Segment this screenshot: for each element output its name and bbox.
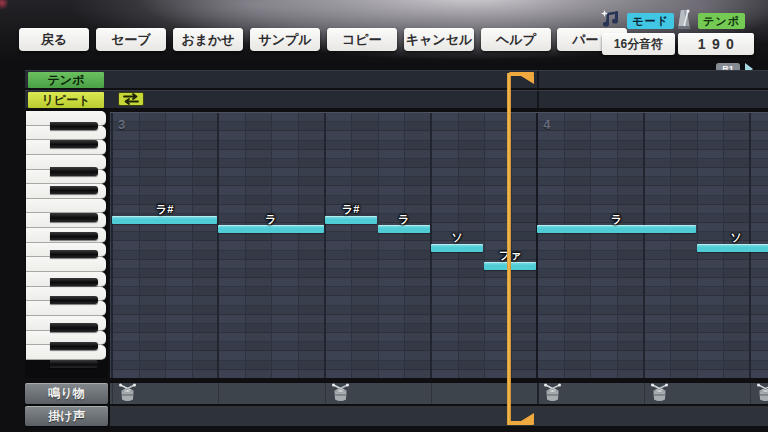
drum-icon[interactable]	[650, 383, 669, 404]
sixteenth-line	[139, 113, 140, 378]
measure-line	[537, 91, 539, 108]
drum-icon[interactable]	[118, 383, 137, 404]
beat-line	[750, 383, 751, 404]
piano-black-key[interactable]	[50, 186, 98, 194]
sixteenth-line	[404, 113, 405, 378]
grid-cell-tint	[511, 113, 538, 378]
grid-cell-tint	[351, 113, 378, 378]
grid-cell-tint	[298, 113, 325, 378]
beat-line	[431, 383, 432, 404]
sixteenth-line	[590, 113, 591, 378]
measure-line	[536, 113, 538, 378]
beat-line	[644, 383, 645, 404]
note-pitch-label: ラ#	[140, 202, 190, 217]
note-bar[interactable]	[537, 225, 695, 233]
help-button[interactable]: ヘルプ	[481, 28, 551, 51]
auto-button[interactable]: おまかせ	[173, 28, 243, 51]
drum-icon[interactable]	[331, 383, 350, 404]
beat-line	[217, 113, 219, 378]
grid-cell-tint	[245, 113, 272, 378]
sixteenth-line	[564, 113, 565, 378]
note-bar[interactable]	[431, 244, 483, 252]
piano-black-key[interactable]	[50, 232, 98, 240]
piano-black-key[interactable]	[50, 122, 98, 130]
sixteenth-line	[484, 113, 485, 378]
playhead-top-flag	[509, 72, 534, 76]
sixteenth-line	[192, 113, 193, 378]
repeat-lane-badge[interactable]: リピート	[28, 92, 104, 108]
note-bar[interactable]	[112, 216, 217, 224]
sixteenth-line	[378, 113, 379, 378]
measure-number: 3	[118, 117, 125, 132]
piano-black-key[interactable]	[50, 296, 98, 304]
tempo-badge-label: テンポ	[698, 13, 745, 29]
tempo-lane-badge[interactable]: テンポ	[28, 72, 104, 88]
piano-black-key[interactable]	[50, 140, 98, 148]
tempo-value-button[interactable]: 190	[678, 33, 754, 55]
sample-button[interactable]: サンプル	[250, 28, 320, 51]
sixteenth-line	[351, 113, 352, 378]
piano-black-key[interactable]	[50, 323, 98, 331]
piano-black-key[interactable]	[50, 278, 98, 286]
piano-black-key[interactable]	[50, 342, 98, 350]
sixteenth-line	[670, 113, 671, 378]
piano-black-key[interactable]	[50, 213, 98, 221]
grid-cell-tint	[192, 113, 219, 378]
music-note-icon	[600, 9, 622, 31]
drum-icon[interactable]	[543, 383, 562, 404]
voice-lane-button[interactable]: 掛け声	[25, 406, 108, 426]
note-pitch-label: ラ	[379, 212, 429, 227]
piano-keyboard[interactable]	[25, 110, 108, 378]
playhead-marker[interactable]	[507, 73, 511, 425]
note-pitch-label: ラ	[592, 212, 642, 227]
measure-line	[537, 383, 539, 404]
back-button[interactable]: 戻る	[19, 28, 89, 51]
note-bar[interactable]	[378, 225, 430, 233]
sixteenth-line	[298, 113, 299, 378]
grid-cell-tint	[404, 113, 431, 378]
grid-cell-tint	[139, 113, 166, 378]
metronome-icon	[674, 7, 694, 32]
piano-black-key[interactable]	[50, 250, 98, 258]
note-pitch-label: ラ	[246, 212, 296, 227]
sixteenth-line	[245, 113, 246, 378]
voice-lane[interactable]	[110, 406, 768, 426]
beat-line	[324, 113, 326, 378]
repeat-loop-icon[interactable]	[118, 92, 144, 106]
sixteenth-line	[165, 113, 166, 378]
piano-white-key[interactable]	[26, 199, 106, 214]
cancel-button[interactable]: キャンセル	[404, 28, 474, 51]
note-pitch-label: ラ#	[326, 202, 376, 217]
drum-icon[interactable]	[756, 383, 768, 404]
note-resolution-button[interactable]: 16分音符	[602, 33, 675, 55]
beat-line	[325, 383, 326, 404]
measure-number: 4	[543, 117, 550, 132]
note-bar[interactable]	[697, 244, 768, 252]
grid-cell-tint	[617, 113, 644, 378]
piano-black-key[interactable]	[50, 360, 98, 368]
beat-line	[643, 113, 645, 378]
piano-roll-grid[interactable]: 34ラ#ララ#ラソファラソ	[110, 112, 768, 378]
beat-line	[112, 383, 113, 404]
piano-white-key[interactable]	[26, 257, 106, 272]
grid-cell-tint	[670, 113, 697, 378]
mode-badge-label: モード	[627, 13, 674, 29]
tempo-lane[interactable]: テンポ	[25, 70, 768, 88]
grid-cell-tint	[564, 113, 591, 378]
beat-line	[111, 113, 113, 378]
beat-line	[218, 383, 219, 404]
note-pitch-label: ソ	[432, 230, 482, 245]
piano-black-key[interactable]	[50, 167, 98, 175]
percussion-lane[interactable]	[110, 383, 768, 404]
measure-line	[537, 71, 539, 88]
sixteenth-line	[271, 113, 272, 378]
copy-button[interactable]: コピー	[327, 28, 397, 51]
note-bar[interactable]	[218, 225, 323, 233]
note-bar[interactable]	[325, 216, 377, 224]
music-editor-screen: 戻る セーブ おまかせ サンプル コピー キャンセル ヘルプ パート モード テ…	[0, 0, 768, 432]
save-button[interactable]: セーブ	[96, 28, 166, 51]
percussion-lane-button[interactable]: 鳴り物	[25, 383, 108, 404]
sixteenth-line	[617, 113, 618, 378]
playhead-bottom-flag	[509, 421, 534, 425]
header-bar: 戻る セーブ おまかせ サンプル コピー キャンセル ヘルプ パート モード テ…	[0, 0, 768, 62]
